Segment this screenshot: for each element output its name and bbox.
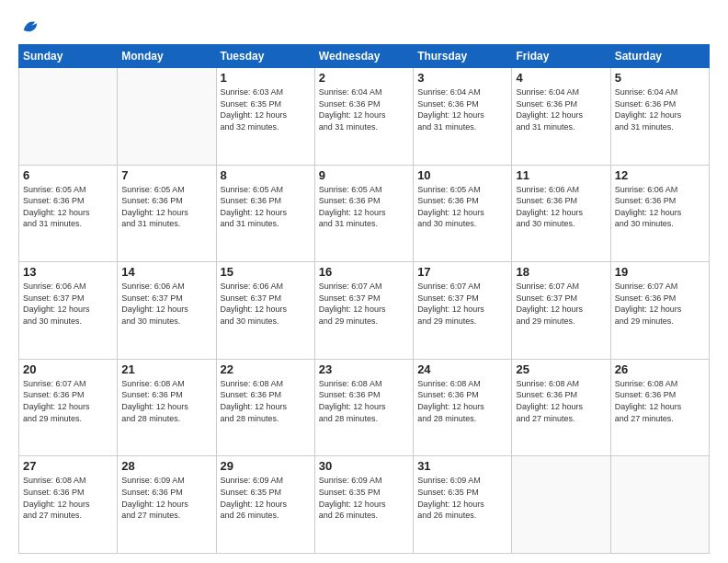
cell-info: Sunrise: 6:05 AM Sunset: 6:36 PM Dayligh… — [23, 184, 113, 230]
calendar-cell: 22Sunrise: 6:08 AM Sunset: 6:36 PM Dayli… — [216, 359, 314, 456]
calendar-cell: 16Sunrise: 6:07 AM Sunset: 6:37 PM Dayli… — [314, 262, 413, 360]
calendar-cell: 30Sunrise: 6:09 AM Sunset: 6:35 PM Dayli… — [314, 456, 413, 554]
header — [18, 17, 710, 37]
calendar-week-row: 27Sunrise: 6:08 AM Sunset: 6:36 PM Dayli… — [19, 456, 710, 554]
cell-info: Sunrise: 6:07 AM Sunset: 6:36 PM Dayligh… — [615, 281, 705, 327]
cell-info: Sunrise: 6:08 AM Sunset: 6:36 PM Dayligh… — [417, 378, 507, 424]
cell-info: Sunrise: 6:07 AM Sunset: 6:37 PM Dayligh… — [516, 281, 606, 327]
cell-info: Sunrise: 6:07 AM Sunset: 6:37 PM Dayligh… — [417, 281, 507, 327]
day-number: 5 — [615, 71, 705, 85]
page: SundayMondayTuesdayWednesdayThursdayFrid… — [0, 0, 728, 563]
cell-info: Sunrise: 6:04 AM Sunset: 6:36 PM Dayligh… — [615, 86, 705, 132]
calendar-cell: 6Sunrise: 6:05 AM Sunset: 6:36 PM Daylig… — [19, 165, 118, 262]
calendar-cell: 5Sunrise: 6:04 AM Sunset: 6:36 PM Daylig… — [610, 68, 709, 166]
calendar-cell — [118, 68, 216, 166]
cell-info: Sunrise: 6:08 AM Sunset: 6:36 PM Dayligh… — [121, 378, 211, 424]
cell-info: Sunrise: 6:06 AM Sunset: 6:37 PM Dayligh… — [121, 281, 211, 327]
calendar-table: SundayMondayTuesdayWednesdayThursdayFrid… — [18, 44, 710, 554]
calendar-cell: 1Sunrise: 6:03 AM Sunset: 6:35 PM Daylig… — [216, 68, 314, 166]
cell-info: Sunrise: 6:09 AM Sunset: 6:35 PM Dayligh… — [417, 475, 507, 521]
calendar-cell: 13Sunrise: 6:06 AM Sunset: 6:37 PM Dayli… — [19, 262, 118, 360]
day-number: 23 — [319, 362, 409, 376]
calendar-cell: 19Sunrise: 6:07 AM Sunset: 6:36 PM Dayli… — [610, 262, 709, 360]
calendar-cell: 4Sunrise: 6:04 AM Sunset: 6:36 PM Daylig… — [512, 68, 610, 166]
calendar-cell: 31Sunrise: 6:09 AM Sunset: 6:35 PM Dayli… — [414, 456, 512, 554]
calendar-week-row: 6Sunrise: 6:05 AM Sunset: 6:36 PM Daylig… — [19, 165, 710, 262]
day-number: 7 — [121, 168, 211, 182]
calendar-cell — [512, 456, 610, 554]
day-number: 31 — [417, 459, 507, 473]
calendar-cell: 27Sunrise: 6:08 AM Sunset: 6:36 PM Dayli… — [19, 456, 118, 554]
day-number: 17 — [417, 265, 507, 279]
day-number: 25 — [516, 362, 606, 376]
calendar-cell: 10Sunrise: 6:05 AM Sunset: 6:36 PM Dayli… — [414, 165, 512, 262]
calendar-cell: 8Sunrise: 6:05 AM Sunset: 6:36 PM Daylig… — [216, 165, 314, 262]
day-number: 26 — [615, 362, 705, 376]
calendar-cell: 17Sunrise: 6:07 AM Sunset: 6:37 PM Dayli… — [414, 262, 512, 360]
day-number: 19 — [615, 265, 705, 279]
calendar-week-row: 1Sunrise: 6:03 AM Sunset: 6:35 PM Daylig… — [19, 68, 710, 166]
cell-info: Sunrise: 6:09 AM Sunset: 6:35 PM Dayligh… — [221, 475, 311, 521]
day-number: 18 — [516, 265, 606, 279]
cell-info: Sunrise: 6:08 AM Sunset: 6:36 PM Dayligh… — [516, 378, 606, 424]
calendar-cell: 11Sunrise: 6:06 AM Sunset: 6:36 PM Dayli… — [512, 165, 610, 262]
calendar-cell: 15Sunrise: 6:06 AM Sunset: 6:37 PM Dayli… — [216, 262, 314, 360]
cell-info: Sunrise: 6:08 AM Sunset: 6:36 PM Dayligh… — [319, 378, 409, 424]
calendar-cell: 25Sunrise: 6:08 AM Sunset: 6:36 PM Dayli… — [512, 359, 610, 456]
cell-info: Sunrise: 6:07 AM Sunset: 6:37 PM Dayligh… — [319, 281, 409, 327]
day-number: 11 — [516, 168, 606, 182]
calendar-cell — [610, 456, 709, 554]
cell-info: Sunrise: 6:08 AM Sunset: 6:36 PM Dayligh… — [615, 378, 705, 424]
calendar-week-row: 20Sunrise: 6:07 AM Sunset: 6:36 PM Dayli… — [19, 359, 710, 456]
logo-bird-icon — [20, 17, 40, 37]
cell-info: Sunrise: 6:05 AM Sunset: 6:36 PM Dayligh… — [319, 184, 409, 230]
cell-info: Sunrise: 6:09 AM Sunset: 6:35 PM Dayligh… — [319, 475, 409, 521]
calendar-header-row: SundayMondayTuesdayWednesdayThursdayFrid… — [19, 45, 710, 68]
cell-info: Sunrise: 6:05 AM Sunset: 6:36 PM Dayligh… — [221, 184, 311, 230]
calendar-cell: 2Sunrise: 6:04 AM Sunset: 6:36 PM Daylig… — [314, 68, 413, 166]
cell-info: Sunrise: 6:06 AM Sunset: 6:36 PM Dayligh… — [615, 184, 705, 230]
day-number: 22 — [221, 362, 311, 376]
calendar-day-header: Wednesday — [314, 45, 413, 68]
day-number: 16 — [319, 265, 409, 279]
cell-info: Sunrise: 6:04 AM Sunset: 6:36 PM Dayligh… — [319, 86, 409, 132]
calendar-day-header: Monday — [118, 45, 216, 68]
day-number: 9 — [319, 168, 409, 182]
day-number: 20 — [23, 362, 113, 376]
day-number: 28 — [121, 459, 211, 473]
calendar-cell: 21Sunrise: 6:08 AM Sunset: 6:36 PM Dayli… — [118, 359, 216, 456]
day-number: 10 — [417, 168, 507, 182]
calendar-cell: 26Sunrise: 6:08 AM Sunset: 6:36 PM Dayli… — [610, 359, 709, 456]
cell-info: Sunrise: 6:05 AM Sunset: 6:36 PM Dayligh… — [121, 184, 211, 230]
calendar-week-row: 13Sunrise: 6:06 AM Sunset: 6:37 PM Dayli… — [19, 262, 710, 360]
calendar-cell: 9Sunrise: 6:05 AM Sunset: 6:36 PM Daylig… — [314, 165, 413, 262]
cell-info: Sunrise: 6:07 AM Sunset: 6:36 PM Dayligh… — [23, 378, 113, 424]
day-number: 12 — [615, 168, 705, 182]
day-number: 8 — [221, 168, 311, 182]
day-number: 14 — [121, 265, 211, 279]
day-number: 27 — [23, 459, 113, 473]
cell-info: Sunrise: 6:03 AM Sunset: 6:35 PM Dayligh… — [221, 86, 311, 132]
calendar-cell: 14Sunrise: 6:06 AM Sunset: 6:37 PM Dayli… — [118, 262, 216, 360]
day-number: 29 — [221, 459, 311, 473]
day-number: 13 — [23, 265, 113, 279]
day-number: 15 — [221, 265, 311, 279]
calendar-day-header: Friday — [512, 45, 610, 68]
day-number: 30 — [319, 459, 409, 473]
day-number: 2 — [319, 71, 409, 85]
cell-info: Sunrise: 6:06 AM Sunset: 6:36 PM Dayligh… — [516, 184, 606, 230]
calendar-cell: 3Sunrise: 6:04 AM Sunset: 6:36 PM Daylig… — [414, 68, 512, 166]
day-number: 24 — [417, 362, 507, 376]
calendar-cell: 29Sunrise: 6:09 AM Sunset: 6:35 PM Dayli… — [216, 456, 314, 554]
logo — [18, 17, 40, 37]
calendar-cell: 12Sunrise: 6:06 AM Sunset: 6:36 PM Dayli… — [610, 165, 709, 262]
cell-info: Sunrise: 6:04 AM Sunset: 6:36 PM Dayligh… — [417, 86, 507, 132]
cell-info: Sunrise: 6:05 AM Sunset: 6:36 PM Dayligh… — [417, 184, 507, 230]
calendar-cell: 23Sunrise: 6:08 AM Sunset: 6:36 PM Dayli… — [314, 359, 413, 456]
calendar-day-header: Sunday — [19, 45, 118, 68]
calendar-cell: 7Sunrise: 6:05 AM Sunset: 6:36 PM Daylig… — [118, 165, 216, 262]
calendar-cell: 24Sunrise: 6:08 AM Sunset: 6:36 PM Dayli… — [414, 359, 512, 456]
day-number: 3 — [417, 71, 507, 85]
cell-info: Sunrise: 6:08 AM Sunset: 6:36 PM Dayligh… — [221, 378, 311, 424]
cell-info: Sunrise: 6:04 AM Sunset: 6:36 PM Dayligh… — [516, 86, 606, 132]
